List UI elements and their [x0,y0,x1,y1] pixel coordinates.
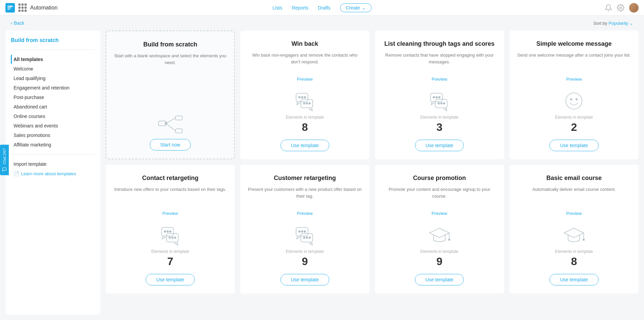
nav-center: Lists Reports Drafts Create ⌄ [272,3,371,12]
card-action-button[interactable]: Start now [150,139,191,151]
svg-point-40 [304,231,306,233]
settings-icon[interactable] [617,4,624,12]
card-icon-graduation [429,226,450,246]
sidebar-item-welcome[interactable]: Welcome [11,64,95,74]
card-elements-label: Elements in template [555,249,593,254]
svg-point-24 [441,103,442,104]
content-area: Build from scratch All templatesWelcomeL… [0,31,644,320]
chevron-down-icon: ⌄ [362,5,366,11]
card-action-button[interactable]: Use template [281,274,329,285]
svg-point-47 [448,239,450,241]
card-elements-label: Elements in template [286,115,324,120]
sidebar-item-all-templates[interactable]: All templates [11,55,95,64]
templates-grid: Build from scratchStart with a blank wor… [106,31,639,315]
svg-marker-48 [564,228,584,238]
card-preview-link[interactable]: Preview [566,77,582,82]
card-elements-label: Elements in template [151,249,189,254]
svg-point-43 [306,237,308,239]
card-action-button[interactable]: Use template [415,274,464,285]
svg-point-12 [301,97,303,98]
chevron-left-icon: ‹ [11,20,13,26]
template-card-basic-course: Basic email courseAutomatically deliver … [510,165,639,294]
card-preview-link[interactable]: Preview [432,77,447,82]
svg-point-25 [443,103,445,104]
sidebar-item-post-purchase[interactable]: Post-purchase [11,93,95,102]
svg-point-38 [298,231,300,233]
card-elements-count: 8 [302,121,308,134]
svg-point-15 [303,103,305,104]
sidebar-nav: All templatesWelcomeLead qualifyingEngag… [11,55,95,149]
card-preview-link[interactable]: Preview [297,77,313,82]
svg-rect-0 [7,6,13,7]
back-button[interactable]: ‹ Back [11,20,24,26]
template-card-win-back: Win backWin back non-engagers and remove… [240,31,369,159]
nav-reports[interactable]: Reports [292,5,308,11]
svg-point-21 [439,97,440,98]
app-grid-icon[interactable] [18,3,27,12]
card-elements-label: Elements in template [420,115,458,120]
card-elements-count: 8 [571,255,577,268]
svg-point-11 [298,97,300,98]
svg-point-23 [438,103,440,104]
sidebar-build-from-scratch[interactable]: Build from scratch [11,37,95,43]
card-preview-link[interactable]: Preview [297,211,313,216]
card-action-button[interactable]: Use template [146,274,194,285]
doc-icon: 📄 [14,171,19,176]
top-navigation: Automation Lists Reports Drafts Create ⌄ [0,0,644,16]
card-preview-link[interactable]: Preview [432,211,447,216]
bell-icon[interactable] [605,4,612,12]
svg-point-20 [436,97,438,98]
svg-rect-1 [7,7,12,8]
svg-point-42 [303,237,305,239]
card-title: Win back [291,40,318,48]
sidebar-item-lead-qualifying[interactable]: Lead qualifying [11,74,95,83]
card-desc: Remove contacts that have stopped engagi… [382,52,497,73]
nav-drafts[interactable]: Drafts [318,5,330,11]
sidebar-item-sales-promotions[interactable]: Sales promotions [11,131,95,140]
card-icon-workflow [157,114,184,136]
nav-right [605,3,639,13]
svg-point-27 [570,98,572,100]
app-brand: Automation [30,5,58,11]
card-action-button[interactable]: Use template [549,140,598,151]
card-desc: Send one welcome message after a contact… [517,52,631,73]
svg-point-28 [576,98,578,100]
svg-point-3 [620,7,622,9]
card-title: Contact retargeting [142,174,199,182]
svg-point-13 [304,97,306,98]
template-card-customer-retargeting: Customer retargetingPresent your custome… [240,165,369,294]
card-desc: Introduce new offers to your contacts ba… [114,186,226,207]
card-action-button[interactable]: Use template [415,140,464,151]
sidebar: Build from scratch All templatesWelcomeL… [5,31,100,315]
card-icon-chat-bubbles [295,92,315,112]
sidebar-import[interactable]: Import template [11,159,95,169]
template-card-course-promotion: Course promotionPromote your content and… [375,165,504,294]
svg-point-30 [164,231,166,233]
sidebar-learn[interactable]: 📄 Learn more about templates [11,169,95,178]
card-elements-count: 3 [436,121,442,134]
svg-rect-6 [175,129,182,133]
chevron-down-icon: ⌄ [629,21,633,26]
card-action-button[interactable]: Use template [281,140,329,151]
svg-point-44 [309,237,310,239]
card-preview-link[interactable]: Preview [163,211,178,216]
sort-value[interactable]: Popularity ⌄ [609,21,633,26]
svg-point-50 [583,239,585,241]
page-wrapper: ‹ Back Sort by Popularity ⌄ Build from s… [0,16,644,320]
sidebar-item-engagement-and-retention[interactable]: Engagement and retention [11,83,95,93]
sidebar-item-webinars-and-events[interactable]: Webinars and events [11,121,95,131]
sidebar-item-online-courses[interactable]: Online courses [11,112,95,121]
sidebar-item-affiliate-marketing[interactable]: Affiliate marketing [11,140,95,149]
user-avatar[interactable] [629,3,639,13]
nav-lists[interactable]: Lists [272,5,282,11]
card-icon-chat-bubbles [160,226,181,246]
card-preview-link[interactable]: Preview [566,211,582,216]
card-elements-label: Elements in template [420,249,458,254]
card-desc: Start with a blank workspace and select … [113,53,227,105]
sidebar-item-abandoned-cart[interactable]: Abandoned cart [11,102,95,112]
chat-widget[interactable]: Chat 24/7 [0,145,9,175]
card-action-button[interactable]: Use template [549,274,598,285]
card-elements-count: 9 [302,255,308,268]
create-button[interactable]: Create ⌄ [340,3,372,12]
template-card-list-cleaning: List cleaning through tags and scoresRem… [375,31,504,159]
